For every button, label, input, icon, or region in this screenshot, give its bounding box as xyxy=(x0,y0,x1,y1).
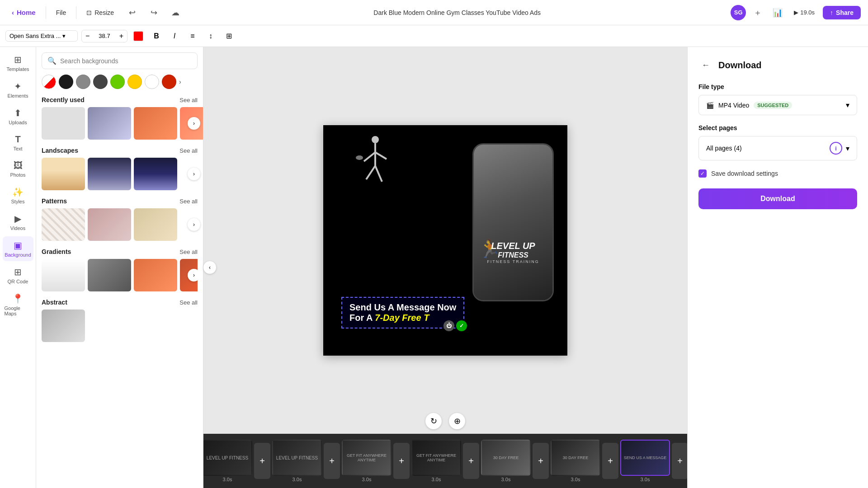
pattern-thumb-1[interactable] xyxy=(42,208,85,241)
timeline-frame-3[interactable]: GET FIT ANYWHERE ANYTIME 3.0s xyxy=(342,440,392,482)
gradients-header: Gradients See all xyxy=(42,248,198,255)
search-input[interactable] xyxy=(60,57,192,65)
add-after-frame2-button[interactable]: + xyxy=(324,443,340,479)
more-options-button[interactable]: ⊞ xyxy=(222,29,236,43)
panel-back-button[interactable]: ← xyxy=(698,58,713,72)
gray-swatch[interactable] xyxy=(76,75,90,89)
red-swatch[interactable] xyxy=(162,75,176,89)
timeline-frame-1[interactable]: LEVEL UP FITNESS 3.0s xyxy=(203,440,252,482)
scroll-right-icon[interactable]: › xyxy=(179,78,181,85)
landscape-thumb-1[interactable] xyxy=(42,158,85,190)
analytics-button[interactable]: 📊 xyxy=(769,5,786,21)
file-button[interactable]: File xyxy=(52,6,71,19)
resize-label: Resize xyxy=(94,9,114,16)
text-label: Text xyxy=(13,146,22,151)
resize-button[interactable]: ⊡ Resize xyxy=(82,6,118,19)
pattern-thumb-2[interactable] xyxy=(88,208,131,241)
recent-thumb-3[interactable] xyxy=(134,107,177,140)
save-button[interactable]: ☁ xyxy=(167,5,184,21)
collapse-panel-button[interactable]: ‹ xyxy=(203,261,216,274)
scroll-gradients-right-icon[interactable]: › xyxy=(188,269,198,282)
bold-button[interactable]: B xyxy=(149,29,164,43)
redo-button[interactable]: ↪ xyxy=(146,5,162,21)
line-spacing-button[interactable]: ↕ xyxy=(203,29,218,43)
sidebar-item-googlemaps[interactable]: 📍 Google Maps xyxy=(3,290,33,320)
pattern-thumb-3[interactable] xyxy=(134,208,177,241)
transparent-swatch[interactable] xyxy=(42,75,56,89)
power-icon[interactable]: ⏻ xyxy=(443,320,454,331)
check-icon[interactable]: ✓ xyxy=(456,320,467,331)
svg-point-6 xyxy=(356,155,363,160)
info-icon[interactable]: i xyxy=(830,142,842,155)
sidebar-item-uploads[interactable]: ⬆ Uploads xyxy=(3,104,33,129)
pages-selector[interactable]: All pages (4) i ▾ xyxy=(698,136,857,160)
design-canvas[interactable]: 🏃 LEVEL UP FITNESS FITNESS TRAINING Send… xyxy=(323,125,567,356)
increase-font-button[interactable]: + xyxy=(116,30,127,42)
recently-used-see-all[interactable]: See all xyxy=(179,97,198,103)
save-settings-checkbox[interactable]: ✓ xyxy=(698,169,707,178)
white-swatch[interactable] xyxy=(145,75,159,89)
add-after-frame5-button[interactable]: + xyxy=(533,443,549,479)
add-after-frame1-button[interactable]: + xyxy=(254,443,270,479)
gradients-see-all[interactable]: See all xyxy=(179,249,198,255)
frame7-duration: 3.0s xyxy=(620,477,670,482)
align-button[interactable]: ≡ xyxy=(185,29,200,43)
scroll-recently-right-icon[interactable]: › xyxy=(188,117,200,130)
abstract-see-all[interactable]: See all xyxy=(179,299,198,306)
videos-icon: ▶ xyxy=(14,213,21,224)
landscape-thumb-3[interactable] xyxy=(134,158,177,190)
timeline-frame-6[interactable]: 30 DAY FREE 3.0s xyxy=(551,440,600,482)
add-after-frame4-button[interactable]: + xyxy=(463,443,479,479)
scroll-patterns-right-icon[interactable]: › xyxy=(188,218,200,231)
download-button[interactable]: Download xyxy=(698,188,857,209)
landscapes-see-all[interactable]: See all xyxy=(179,147,198,154)
add-element-button[interactable]: ⊕ xyxy=(449,413,465,429)
canvas-controls: ↻ ⊕ xyxy=(425,413,465,429)
sidebar-item-photos[interactable]: 🖼 Photos xyxy=(3,157,33,181)
add-after-frame7-button[interactable]: + xyxy=(672,443,687,479)
sidebar-item-templates[interactable]: ⊞ Templates xyxy=(3,51,33,75)
sidebar-item-styles[interactable]: ✨ Styles xyxy=(3,183,33,208)
italic-button[interactable]: I xyxy=(167,29,182,43)
sidebar-item-videos[interactable]: ▶ Videos xyxy=(3,210,33,235)
timeline-frame-7[interactable]: SEND US A MESSAGE 3.0s xyxy=(620,440,670,482)
black-swatch[interactable] xyxy=(59,75,73,89)
patterns-see-all[interactable]: See all xyxy=(179,198,198,205)
gradient-thumb-2[interactable] xyxy=(88,259,131,291)
sidebar-item-qrcode[interactable]: ⊞ QR Code xyxy=(3,263,33,288)
recent-thumb-1[interactable] xyxy=(42,107,85,140)
sidebar-item-background[interactable]: ▣ Background xyxy=(3,236,33,261)
home-button[interactable]: ‹ Home xyxy=(7,6,40,19)
green-swatch[interactable] xyxy=(110,75,125,89)
play-timer[interactable]: ▶ 19.0s xyxy=(789,6,819,19)
file-type-selector[interactable]: 🎬 MP4 Video SUGGESTED ▾ xyxy=(698,95,857,115)
gradient-thumb-1[interactable] xyxy=(42,259,85,291)
yellow-swatch[interactable] xyxy=(127,75,142,89)
timeline-frame-4[interactable]: GET FIT ANYWHERE ANYTIME 3.0s xyxy=(411,440,461,482)
timeline-thumb-2: LEVEL UP FITNESS xyxy=(272,440,322,476)
share-button[interactable]: ↑ Share xyxy=(823,6,861,19)
canvas-line2-plain: For A xyxy=(349,313,375,323)
video-icon: 🎬 xyxy=(706,102,714,109)
add-collaborator-button[interactable]: ＋ xyxy=(750,5,766,21)
gradient-thumb-3[interactable] xyxy=(134,259,177,291)
recent-thumb-2[interactable] xyxy=(88,107,131,140)
add-after-frame3-button[interactable]: + xyxy=(393,443,410,479)
dark-gray-swatch[interactable] xyxy=(93,75,108,89)
undo-button[interactable]: ↩ xyxy=(124,5,140,21)
text-color-button[interactable] xyxy=(131,29,146,43)
timeline-frame-2[interactable]: LEVEL UP FITNESS 3.0s xyxy=(272,440,322,482)
landscape-thumb-2[interactable] xyxy=(88,158,131,190)
abstract-thumb-1[interactable] xyxy=(42,310,85,342)
loop-button[interactable]: ↻ xyxy=(425,413,442,429)
sidebar-item-text[interactable]: T Text xyxy=(3,131,33,155)
font-selector[interactable]: Open Sans Extra ... ▾ xyxy=(5,30,78,42)
decrease-font-button[interactable]: − xyxy=(82,30,93,42)
sidebar-item-elements[interactable]: ✦ Elements xyxy=(3,77,33,102)
search-icon: 🔍 xyxy=(47,56,57,65)
canvas-text-box[interactable]: Send Us A Message Now For A 7-Day Free T… xyxy=(341,297,464,328)
add-after-frame6-button[interactable]: + xyxy=(602,443,618,479)
scroll-landscapes-right-icon[interactable]: › xyxy=(188,168,200,180)
timeline-frame-5[interactable]: 30 DAY FREE 3.0s xyxy=(481,440,531,482)
search-box[interactable]: 🔍 xyxy=(42,52,198,69)
